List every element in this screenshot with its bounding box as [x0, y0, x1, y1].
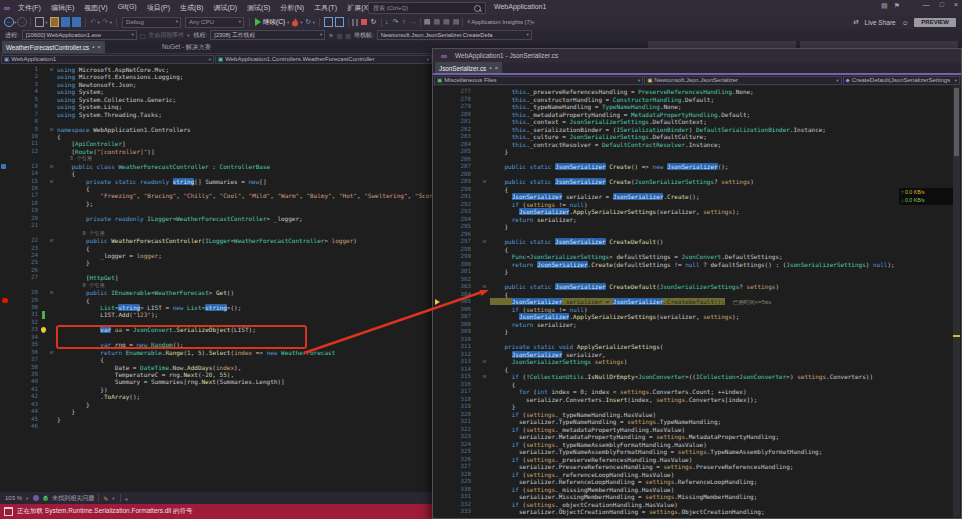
breakpoint-margin[interactable] [433, 141, 444, 149]
fold-marker[interactable]: ⊟ [46, 163, 57, 170]
breadcrumb-type[interactable]: ▣ Newtonsoft.Json.JsonSerializer [644, 76, 841, 85]
breakpoint-margin[interactable] [433, 186, 444, 194]
breakpoint-margin[interactable] [0, 237, 11, 244]
menu-item[interactable]: 调试(D) [209, 3, 241, 13]
breakpoint-margin[interactable] [0, 185, 11, 192]
breakpoint-margin[interactable] [433, 148, 444, 156]
live-share-button[interactable]: Live Share [865, 19, 896, 26]
breakpoint-margin[interactable] [0, 334, 11, 341]
menu-item[interactable]: 文件(F) [14, 3, 45, 13]
breakpoint-margin[interactable] [0, 126, 11, 133]
breakpoint-margin[interactable] [433, 388, 444, 396]
fold-marker[interactable]: ⊟ [46, 237, 57, 244]
breakpoint-margin[interactable] [0, 215, 11, 222]
lightbulb-icon[interactable] [41, 327, 46, 332]
breakpoint-margin[interactable] [0, 81, 11, 88]
breakpoint-margin[interactable] [0, 222, 11, 229]
breakpoint-margin[interactable] [433, 471, 444, 479]
breakpoint-margin[interactable] [433, 156, 444, 164]
breakpoint-margin[interactable] [433, 358, 444, 366]
menu-item[interactable]: 测试(S) [243, 3, 274, 13]
code-editor-right[interactable]: 277 this._preserveReferencesHandling = P… [433, 86, 961, 518]
scrollbar-thumb[interactable] [954, 88, 959, 156]
navigate-back-icon[interactable]: ← [4, 17, 14, 27]
show-next-statement-icon[interactable]: → [410, 18, 417, 26]
show-output-icon[interactable] [335, 17, 344, 27]
show-threads-icon[interactable]: ▥ [337, 32, 343, 39]
solution-platform-combo[interactable]: Any CPU [185, 17, 244, 28]
breakpoint-margin[interactable] [0, 207, 11, 214]
breakpoint-margin[interactable] [0, 386, 11, 393]
minimize-button[interactable]: — [923, 1, 930, 8]
breakpoint-margin[interactable] [433, 433, 444, 441]
application-insights-label[interactable]: Application Insights (7) [471, 19, 532, 25]
fold-marker[interactable]: ⊟ [479, 238, 490, 246]
breakpoint-margin[interactable] [433, 118, 444, 126]
breakpoint-margin[interactable] [0, 326, 11, 333]
breakpoint-margin[interactable] [0, 111, 11, 118]
breakpoint-margin[interactable] [433, 261, 444, 269]
restart-debugging-icon[interactable]: ↻ [369, 16, 378, 28]
breakpoint-icon[interactable] [2, 298, 8, 304]
breakpoint-margin[interactable] [433, 178, 444, 186]
breakpoint-margin[interactable] [433, 216, 444, 224]
breakpoint-margin[interactable] [433, 163, 444, 171]
breakpoint-margin[interactable] [0, 245, 11, 252]
hot-reload-icon[interactable] [291, 18, 299, 27]
process-combo[interactable]: [10600] WebApplication1.exe [22, 30, 137, 40]
restore-button[interactable]: □ [940, 1, 944, 8]
breakpoint-margin[interactable] [0, 304, 11, 311]
breakpoint-margin[interactable] [0, 88, 11, 95]
bookmark-icon[interactable]: ▤ [424, 18, 431, 26]
breakpoint-margin[interactable] [0, 371, 11, 378]
breakpoint-margin[interactable] [0, 364, 11, 371]
bookmark-next-icon[interactable]: ▤ [443, 18, 450, 26]
solution-configuration-combo[interactable]: Debug [122, 17, 181, 28]
menu-item[interactable]: 生成(B) [176, 3, 207, 13]
preview-button[interactable]: PREVIEW [914, 18, 956, 27]
break-all-icon[interactable] [352, 19, 359, 26]
menu-item[interactable]: 分析(N) [276, 3, 308, 13]
breakpoint-margin[interactable] [0, 393, 11, 400]
fold-marker[interactable]: ⊟ [479, 373, 490, 381]
zoom-level[interactable]: 103 % [5, 495, 22, 501]
pin-icon[interactable]: ▪ [92, 44, 94, 50]
breakpoint-margin[interactable] [433, 463, 444, 471]
breakpoint-margin[interactable] [0, 311, 11, 318]
collapse-icon[interactable]: ◂ [125, 495, 128, 502]
breakpoint-margin[interactable] [433, 441, 444, 449]
bookmark-prev-icon[interactable]: ▤ [433, 18, 440, 26]
breakpoint-margin[interactable] [0, 170, 11, 177]
restart-app-icon[interactable]: ↻ [304, 16, 313, 28]
breakpoint-margin[interactable] [433, 478, 444, 486]
breakpoint-margin[interactable] [0, 148, 11, 155]
menu-item[interactable]: 视图(V) [80, 3, 111, 13]
new-file-icon[interactable] [35, 17, 44, 27]
breakpoint-margin[interactable] [0, 192, 11, 199]
breakpoint-margin[interactable] [433, 253, 444, 261]
breakpoint-margin[interactable] [0, 356, 11, 363]
fold-marker[interactable]: ⊟ [479, 358, 490, 366]
breakpoint-margin[interactable] [433, 268, 444, 276]
breakpoint-margin[interactable] [433, 246, 444, 254]
breakpoint-margin[interactable] [0, 66, 11, 73]
breakpoint-margin[interactable] [433, 276, 444, 284]
save-icon[interactable] [61, 17, 70, 27]
breakpoint-margin[interactable] [0, 252, 11, 259]
breakpoint-margin[interactable] [0, 178, 11, 185]
breadcrumb-project[interactable]: ▣ Miscellaneous Files [434, 76, 643, 85]
breakpoint-margin[interactable] [433, 291, 444, 299]
lifecycle-events-button[interactable]: 生命周期事件 [148, 31, 184, 40]
breakpoint-margin[interactable] [0, 282, 11, 289]
floating-window-titlebar[interactable]: ∞ WebApplication1 - JsonSerializer.cs [433, 49, 961, 62]
breakpoint-margin[interactable] [0, 289, 11, 296]
breakpoint-margin[interactable] [433, 321, 444, 329]
redo-icon[interactable]: ↷ [101, 16, 110, 28]
breakpoint-margin[interactable] [433, 418, 444, 426]
breakpoint-margin[interactable] [433, 366, 444, 374]
breakpoint-margin[interactable] [433, 373, 444, 381]
thread-combo[interactable]: [2308] 工作线程 [210, 30, 325, 40]
breakpoint-margin[interactable] [433, 381, 444, 389]
breakpoint-margin[interactable] [0, 259, 11, 266]
menu-item[interactable]: 工具(T) [310, 3, 341, 13]
